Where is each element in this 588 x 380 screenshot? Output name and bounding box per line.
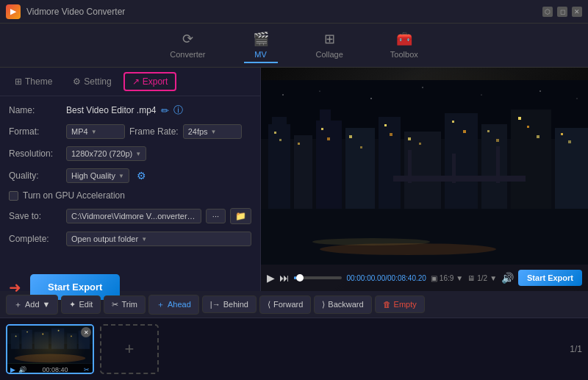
name-row: Name: Best Video Editor .mp4 ✏ ⓘ [9,104,251,117]
svg-rect-25 [452,121,454,123]
clip-volume-icon: 🔊 [18,366,26,373]
quality-select[interactable]: High Quality ▼ [66,168,129,183]
svg-rect-23 [408,137,411,140]
add-clip-btn[interactable]: + [100,324,159,374]
frame-rate-select[interactable]: 24fps ▼ [183,124,242,139]
trim-btn[interactable]: ✂ Trim [104,295,146,314]
timeline-clip: ✕ ▶ 🔊 00:08:40 ✂ [6,324,94,374]
minimize-btn[interactable]: ⬡ [542,7,553,17]
empty-btn[interactable]: 🗑 Empty [375,295,425,313]
screen-arrow: ▼ [490,274,497,282]
svg-rect-30 [527,126,529,128]
saveto-label: Save to: [9,211,62,221]
aspect-ratio-selector[interactable]: ▣ 16:9 ▼ [431,274,463,282]
saveto-row: Save to: C:\Vidmore\Vidmore V...onverter… [9,208,251,224]
bottom-toolbar: ＋ Add ▼ ✦ Edit ✂ Trim ＋ Ahead |→ Behind … [0,291,588,318]
complete-row: Complete: Open output folder ▼ [9,232,251,246]
edit-label: Edit [79,300,93,309]
svg-point-58 [26,331,28,333]
edit-btn[interactable]: ✦ Edit [61,295,101,314]
start-export-btn-right[interactable]: Start Export [518,270,582,286]
format-label: Format: [9,126,62,137]
maximize-btn[interactable]: ◻ [557,7,567,17]
nav-converter[interactable]: ⟳ Converter [161,28,214,63]
nav-toolbox[interactable]: 🧰 Toolbox [381,28,427,63]
tab-theme[interactable]: ⊞ Theme [6,73,61,90]
add-clip-plus-icon: + [125,340,135,359]
forward-btn[interactable]: ⟨ Forward [259,295,311,314]
mv-icon: 🎬 [253,31,269,47]
svg-rect-8 [379,117,401,212]
resolution-row: Resolution: 1280x720 (720p) ▼ [9,146,251,161]
nav-mv[interactable]: 🎬 MV [244,28,278,63]
clip-controls: ▶ 🔊 00:08:40 ✂ [7,364,93,374]
tab-export[interactable]: ↗ Export [123,72,177,91]
svg-rect-51 [11,334,20,349]
svg-point-57 [15,335,17,337]
svg-rect-38 [408,150,412,183]
saveto-path[interactable]: C:\Vidmore\Vidmore V...onverter\MV Expor… [66,209,201,223]
behind-btn[interactable]: |→ Behind [202,295,257,313]
export-arrow-icon: ↗ [132,76,140,87]
quality-row: Quality: High Quality ▼ ⚙ [9,168,251,183]
clip-close-btn[interactable]: ✕ [81,327,91,337]
stop-btn[interactable]: ⏭ [279,272,290,284]
svg-point-60 [58,330,60,331]
behind-label: Behind [223,300,248,309]
ahead-btn[interactable]: ＋ Ahead [148,295,199,315]
saveto-dots-btn[interactable]: ··· [206,209,226,223]
add-btn[interactable]: ＋ Add ▼ [6,295,58,315]
play-btn[interactable]: ▶ [267,272,275,284]
close-btn[interactable]: ✕ [572,7,582,17]
resolution-select[interactable]: 1280x720 (720p) ▼ [66,146,146,161]
quality-gear-icon[interactable]: ⚙ [137,170,146,182]
complete-value: Open output folder [71,234,138,243]
svg-rect-26 [463,130,466,133]
svg-rect-52 [21,330,32,349]
quality-label: Quality: [9,171,62,181]
progress-bar[interactable] [294,276,342,279]
complete-select[interactable]: Open output folder ▼ [66,232,251,246]
svg-point-42 [319,90,320,91]
name-label: Name: [9,105,62,115]
window-controls[interactable]: ⬡ ◻ ✕ [542,7,582,17]
svg-point-46 [539,90,541,92]
main-content: ⊞ Theme ⚙ Setting ↗ Export Name: Best Vi… [0,68,588,291]
svg-rect-55 [67,334,77,349]
svg-rect-28 [496,139,499,142]
svg-point-45 [481,94,481,95]
titlebar: ▶ Vidmore Video Converter ⬡ ◻ ✕ [0,0,588,24]
nav-collage[interactable]: ⊞ Collage [307,28,352,63]
arrow-indicator: ➜ [9,279,21,296]
format-select[interactable]: MP4 ▼ [66,124,125,139]
svg-rect-22 [390,133,392,136]
edit-icon[interactable]: ✏ [161,105,169,116]
volume-icon[interactable]: 🔊 [501,272,514,284]
folder-btn[interactable]: 📁 [230,208,251,224]
backward-label: Backward [328,300,363,309]
gpu-checkbox[interactable] [9,191,18,201]
svg-point-47 [576,98,577,98]
complete-label: Complete: [9,234,62,244]
export-form: Name: Best Video Editor .mp4 ✏ ⓘ Format:… [0,96,260,261]
tab-setting[interactable]: ⚙ Setting [64,73,120,90]
svg-rect-29 [518,117,521,120]
resolution-label: Resolution: [9,148,62,159]
tab-export-label: Export [143,76,168,87]
svg-rect-16 [298,143,300,145]
clip-trim-icon: ✂ [84,366,90,373]
svg-rect-6 [320,110,331,124]
info-icon[interactable]: ⓘ [173,104,183,117]
frame-rate-value: 24fps [188,127,208,136]
screen-selector[interactable]: 🖥 1/2 ▼ [467,274,497,282]
svg-rect-54 [51,329,64,349]
setting-gear-icon: ⚙ [73,76,81,87]
top-nav: ⟳ Converter 🎬 MV ⊞ Collage 🧰 Toolbox [0,24,588,68]
converter-icon: ⟳ [182,31,193,47]
aspect-ratio-arrow: ▼ [456,274,463,282]
screen-value: 1/2 [477,274,487,282]
toolbox-icon: 🧰 [396,31,412,47]
right-panel: ▶ ⏭ 00:00:00.00/00:08:40.20 ▣ 16:9 ▼ 🖥 1… [261,68,588,291]
backward-btn[interactable]: ⟩ Backward [314,295,371,314]
svg-rect-5 [316,121,342,212]
